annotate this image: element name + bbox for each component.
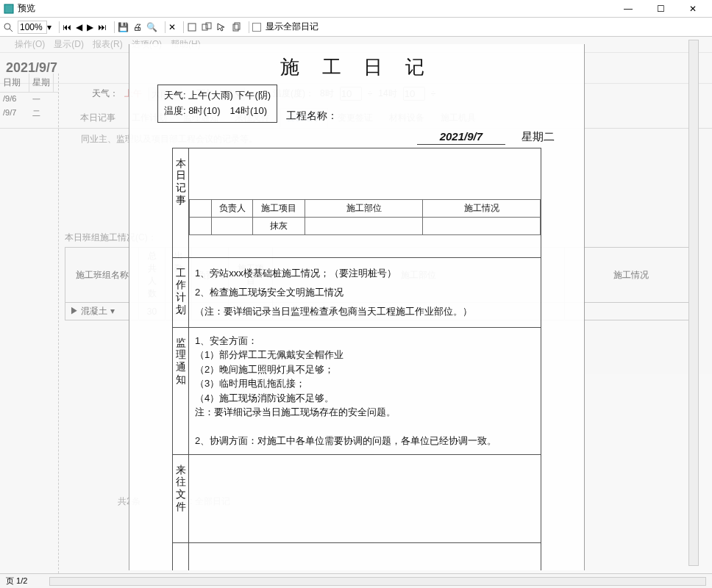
preview-footer: 页 1/2 [0, 573, 712, 588]
weather-line2: 温度: 8时(10) 14时(10) [164, 104, 271, 119]
section-label-plan: 工作计划 [173, 257, 189, 327]
doc-date-row: 2021/9/7 星期二 [129, 130, 584, 148]
weather-box: 天气: 上午(大雨) 下午(阴) 温度: 8时(10) 14时(10) [157, 85, 277, 123]
doc-main-table: 本日记事 负责人 施工项目 施工部位 施工情况 [172, 148, 541, 570]
preview-overlay: 施 工 日 记 天气: 上午(大雨) 下午(阴) 温度: 8时(10) 14时(… [0, 0, 712, 588]
section-today-content: 负责人 施工项目 施工部位 施工情况 抹灰 [189, 148, 541, 257]
document-page: 施 工 日 记 天气: 上午(大雨) 下午(阴) 温度: 8时(10) 14时(… [129, 44, 585, 570]
preview-document: 施 工 日 记 天气: 上午(大雨) 下午(阴) 温度: 8时(10) 14时(… [129, 44, 585, 570]
section-docs-content [189, 454, 541, 542]
section-supervise-content: 1、安全方面： （1）部分焊工工无佩戴安全帽作业 （2）晚间施工照明灯具不足够；… [189, 327, 541, 454]
vertical-scrollbar[interactable] [688, 40, 699, 566]
section-label-docs: 来往文件 [173, 454, 189, 542]
section-label-supervise: 监理通知 [173, 327, 189, 454]
horizontal-scrollbar[interactable] [49, 577, 706, 586]
project-name-label: 工程名称： [286, 110, 556, 123]
section-plan-content: 1、旁站xxx楼基础桩施工情况；（要注明桩号） 2、检查施工现场安全文明施工情况… [189, 257, 541, 327]
page-indicator: 页 1/2 [6, 576, 27, 587]
doc-date: 2021/9/7 [417, 130, 505, 145]
doc-title: 施 工 日 记 [129, 44, 584, 85]
weather-line1: 天气: 上午(大雨) 下午(阴) [164, 88, 271, 104]
doc-weekday: 星期二 [521, 131, 555, 143]
today-inner-table: 负责人 施工项目 施工部位 施工情况 抹灰 [189, 148, 541, 257]
section-label-today: 本日记事 [173, 148, 189, 257]
